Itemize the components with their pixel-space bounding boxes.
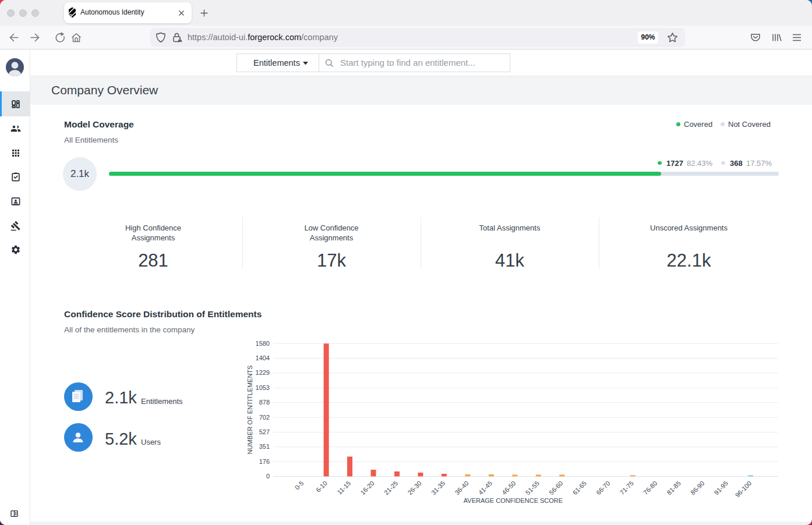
svg-text:AVERAGE CONFIDENCE SCORE: AVERAGE CONFIDENCE SCORE bbox=[464, 497, 563, 504]
svg-text:26-30: 26-30 bbox=[406, 480, 422, 496]
svg-text:21-25: 21-25 bbox=[383, 480, 399, 496]
svg-text:46-50: 46-50 bbox=[500, 480, 517, 496]
svg-text:81-85: 81-85 bbox=[666, 480, 682, 496]
svg-text:11-15: 11-15 bbox=[336, 480, 352, 496]
svg-text:176: 176 bbox=[259, 458, 270, 465]
svg-text:31-35: 31-35 bbox=[430, 480, 446, 496]
svg-text:NUMBER OF ENTITLEMENTS: NUMBER OF ENTITLEMENTS bbox=[246, 366, 253, 455]
svg-text:878: 878 bbox=[259, 399, 270, 406]
svg-text:1580: 1580 bbox=[256, 340, 270, 347]
svg-text:96-100: 96-100 bbox=[734, 480, 753, 499]
svg-text:527: 527 bbox=[259, 428, 270, 435]
svg-text:36-40: 36-40 bbox=[453, 480, 469, 496]
svg-text:1053: 1053 bbox=[256, 384, 270, 391]
svg-text:66-70: 66-70 bbox=[595, 480, 611, 496]
svg-text:6-10: 6-10 bbox=[315, 480, 329, 494]
svg-text:16-20: 16-20 bbox=[359, 480, 375, 496]
svg-text:61-65: 61-65 bbox=[571, 480, 588, 496]
svg-text:1404: 1404 bbox=[256, 354, 270, 361]
svg-text:0-5: 0-5 bbox=[294, 480, 305, 491]
svg-text:351: 351 bbox=[259, 443, 270, 450]
svg-text:86-90: 86-90 bbox=[689, 480, 705, 496]
svg-text:91-95: 91-95 bbox=[713, 480, 729, 496]
svg-text:0: 0 bbox=[266, 473, 270, 480]
svg-text:41-45: 41-45 bbox=[477, 480, 493, 496]
svg-text:1229: 1229 bbox=[256, 369, 270, 376]
svg-text:71-75: 71-75 bbox=[619, 480, 635, 496]
svg-text:76-80: 76-80 bbox=[642, 480, 658, 496]
svg-text:702: 702 bbox=[259, 414, 270, 421]
svg-text:51-55: 51-55 bbox=[524, 480, 541, 496]
svg-text:56-60: 56-60 bbox=[548, 480, 564, 496]
